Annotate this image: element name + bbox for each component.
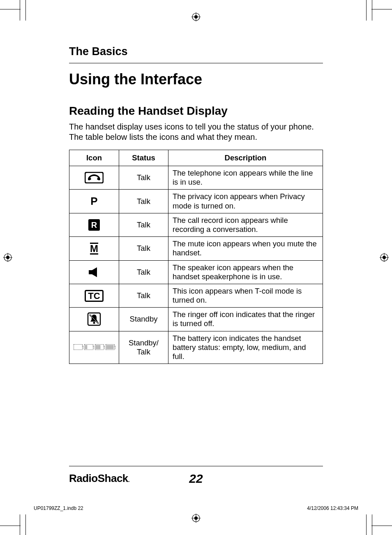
table-row: TC Talk This icon appears when T-coil mo… [69,284,323,307]
table-row: Standby/ Talk The battery icon indicates… [69,331,323,364]
status-cell: Talk [119,213,168,236]
mute-icon: M [90,243,98,255]
page-number: 22 [189,472,203,486]
table-row: M Talk The mute icon appears when you mu… [69,237,323,260]
registration-mark-icon [3,253,12,262]
table-header-description: Description [168,150,323,166]
registration-mark-icon [380,253,389,262]
description-cell: This icon appears when T-coil mode is tu… [168,284,323,307]
description-cell: The speaker icon appears when the handse… [168,260,323,284]
registration-mark-icon [191,12,201,21]
icon-table: Icon Status Description Talk The telepho… [69,150,323,364]
svg-rect-19 [89,270,92,274]
description-cell: The ringer off icon indicates that the r… [168,308,323,331]
status-cell: Talk [119,260,168,284]
footer-rule [69,466,323,466]
table-row: Standby The ringer off icon indicates th… [69,308,323,331]
status-cell: Talk [119,166,168,190]
svg-text:R: R [91,220,97,229]
privacy-icon: P [90,196,97,206]
telephone-icon [85,172,104,183]
battery-icon [74,344,115,350]
description-cell: The mute icon appears when you mute the … [168,237,323,260]
slug-timestamp: 4/12/2006 12:43:34 PM [307,505,358,511]
intro-paragraph: The handset display uses icons to tell y… [69,122,323,142]
description-cell: The call record icon appears while recor… [168,213,323,236]
registration-mark-icon [191,514,201,523]
page-heading: Using the Interface [69,71,323,88]
tcoil-icon: TC [85,290,103,302]
table-row: R Talk The call record icon appears whil… [69,213,323,236]
status-cell: Talk [119,190,168,213]
record-icon: R [88,219,100,231]
table-row: Talk The speaker icon appears when the h… [69,260,323,284]
table-row: P Talk The privacy icon appears when Pri… [69,190,323,213]
svg-marker-20 [92,267,97,277]
status-cell: Talk [119,284,168,307]
speaker-icon [88,267,100,278]
svg-rect-16 [85,172,103,183]
svg-point-22 [93,322,95,324]
description-cell: The privacy icon appears when Privacy mo… [168,190,323,213]
section-rule [69,63,323,63]
table-row: Talk The telephone icon appears while th… [69,166,323,190]
subheading: Reading the Handset Display [69,104,323,118]
section-title: The Basics [69,45,323,58]
slug-file: UP01799ZZ_1.indb 22 [34,505,83,511]
status-cell: Standby [119,308,168,331]
description-cell: The telephone icon appears while the lin… [168,166,323,190]
ringer-off-icon [87,312,101,326]
brand-logo: RadioShack. [69,472,129,485]
status-cell: Standby/ Talk [119,331,168,364]
description-cell: The battery icon indicates the handset b… [168,331,323,364]
table-header-icon: Icon [69,150,119,166]
table-header-status: Status [119,150,168,166]
status-cell: Talk [119,237,168,260]
